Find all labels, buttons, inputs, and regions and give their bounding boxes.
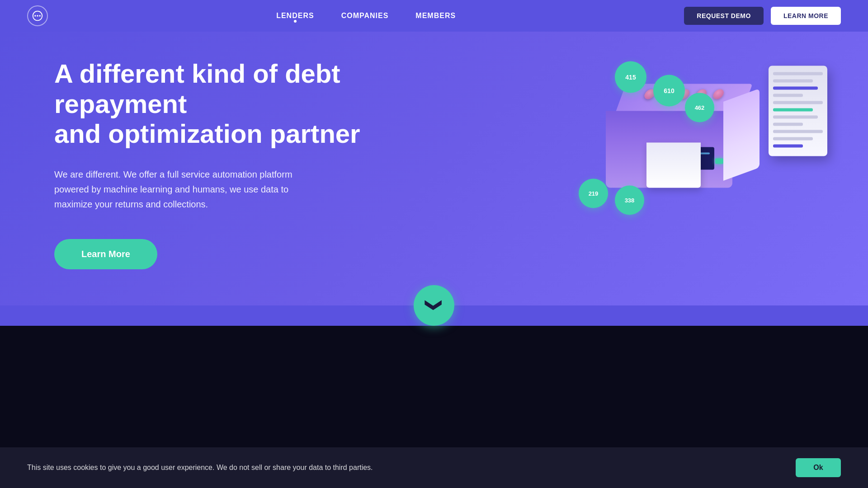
- hero-content: A different kind of debt repayment and o…: [54, 59, 371, 269]
- hero-illustration: 415 610 462 219 338: [570, 57, 832, 260]
- svg-point-2: [37, 15, 38, 16]
- request-demo-button[interactable]: REQUEST DEMO: [684, 7, 764, 25]
- floating-document: [769, 66, 827, 156]
- paper-output: [646, 143, 701, 188]
- doc-line-green: [773, 108, 813, 112]
- circle-610: 610: [653, 75, 685, 107]
- nav-link-members[interactable]: MEMBERS: [415, 12, 456, 20]
- doc-line-5: [773, 116, 818, 119]
- doc-line-3: [773, 94, 803, 97]
- doc-line-8: [773, 137, 813, 141]
- cookie-message: This site uses cookies to give you a goo…: [27, 464, 373, 472]
- doc-line-accent-1: [773, 87, 818, 90]
- nav-links: LENDERS COMPANIES MEMBERS: [276, 12, 456, 20]
- nav-link-companies[interactable]: COMPANIES: [341, 12, 389, 20]
- doc-line-2: [773, 80, 813, 83]
- cookie-banner: This site uses cookies to give you a goo…: [0, 447, 868, 488]
- svg-point-1: [34, 15, 36, 16]
- cookie-ok-button[interactable]: Ok: [796, 458, 841, 477]
- doc-line-4: [773, 101, 823, 104]
- doc-line-1: [773, 72, 823, 75]
- nav-buttons: REQUEST DEMO LEARN MORE: [684, 7, 841, 25]
- isometric-illustration: 415 610 462 219 338: [570, 57, 832, 260]
- learn-more-nav-button[interactable]: LEARN MORE: [771, 7, 841, 25]
- brand-logo[interactable]: [27, 5, 48, 26]
- printer-machine: [606, 84, 760, 192]
- doc-line-accent-2: [773, 145, 803, 148]
- scroll-down-button[interactable]: ❯: [414, 285, 454, 326]
- nav-link-lenders[interactable]: LENDERS: [276, 12, 314, 20]
- circle-415: 415: [615, 61, 646, 93]
- circle-462: 462: [685, 93, 714, 122]
- navbar: LENDERS COMPANIES MEMBERS REQUEST DEMO L…: [0, 0, 868, 32]
- logo-icon: [32, 10, 43, 21]
- hero-title: A different kind of debt repayment and o…: [54, 59, 371, 149]
- circle-219: 219: [579, 179, 608, 208]
- accent-light: [715, 159, 723, 164]
- hero-section: A different kind of debt repayment and o…: [0, 32, 868, 305]
- svg-point-3: [39, 15, 40, 16]
- circle-338: 338: [615, 186, 644, 215]
- roller-5: [712, 89, 725, 99]
- printer-side: [723, 89, 760, 181]
- hero-description: We are different. We offer a full servic…: [54, 167, 326, 212]
- chevron-down-icon: ❯: [426, 299, 442, 312]
- scroll-indicator-wrapper: ❯: [0, 285, 868, 326]
- doc-line-7: [773, 130, 823, 133]
- learn-more-hero-button[interactable]: Learn More: [54, 239, 157, 269]
- doc-line-6: [773, 123, 803, 126]
